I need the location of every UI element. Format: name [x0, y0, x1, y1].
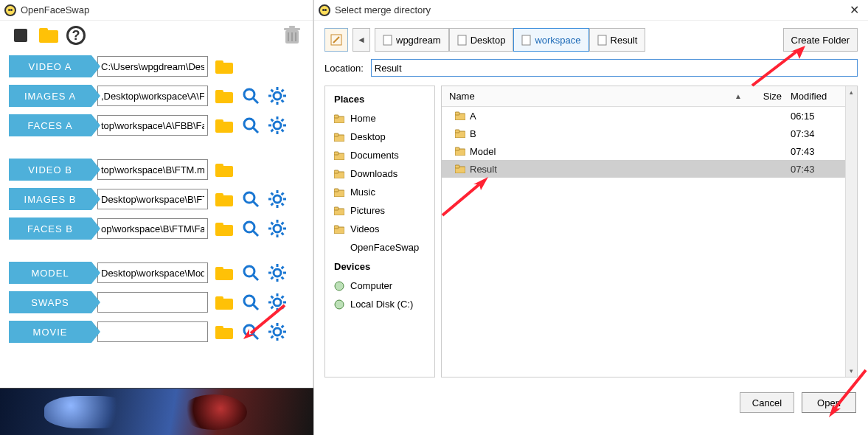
svg-point-69: [244, 266, 254, 276]
svg-line-90: [271, 296, 274, 299]
device-computer[interactable]: Computer: [325, 276, 434, 295]
svg-line-53: [282, 193, 284, 195]
file-row[interactable]: A06:15: [442, 107, 845, 125]
column-modified[interactable]: Modified: [786, 91, 845, 102]
folder-icon[interactable]: [214, 262, 235, 283]
svg-line-60: [282, 233, 284, 235]
svg-rect-122: [334, 207, 338, 210]
svg-rect-7: [291, 32, 293, 41]
path-input[interactable]: [97, 321, 208, 342]
file-list: Name ▲ Size Modified A06:15B07:34Model07…: [442, 86, 845, 377]
search-icon[interactable]: [240, 189, 261, 209]
place-videos[interactable]: Videos: [325, 220, 434, 238]
device-local-disk-c-[interactable]: Local Disk (C:): [325, 295, 434, 313]
svg-point-97: [274, 328, 281, 335]
svg-rect-6: [288, 32, 289, 41]
help-icon[interactable]: ?: [66, 26, 86, 45]
place-music[interactable]: Music: [325, 183, 434, 201]
search-icon[interactable]: [240, 292, 261, 313]
search-icon[interactable]: [240, 218, 261, 239]
path-input[interactable]: [97, 218, 208, 239]
breadcrumb-workspace[interactable]: workspace: [513, 28, 588, 52]
gear-icon[interactable]: [267, 218, 288, 239]
path-input[interactable]: [97, 262, 208, 283]
file-row[interactable]: B07:34: [442, 125, 845, 142]
place-pictures[interactable]: Pictures: [325, 201, 434, 220]
gear-icon[interactable]: [267, 115, 288, 136]
nav-back-icon[interactable]: ◄: [353, 28, 370, 52]
file-dialog: Select merge directory ✕ ◄ wpgdreamDeskt…: [313, 0, 868, 435]
place-downloads[interactable]: Downloads: [325, 164, 434, 183]
svg-rect-108: [458, 35, 466, 45]
svg-rect-118: [334, 170, 338, 173]
file-row[interactable]: Result07:43: [442, 160, 845, 178]
folder-icon[interactable]: [214, 321, 235, 342]
scroll-down-icon[interactable]: ▾: [846, 365, 857, 377]
svg-line-73: [282, 277, 284, 279]
svg-rect-81: [215, 296, 223, 301]
column-size[interactable]: Size: [749, 91, 786, 102]
path-input[interactable]: [97, 115, 208, 136]
folder-icon[interactable]: [214, 56, 235, 77]
svg-rect-130: [455, 130, 459, 133]
svg-rect-120: [334, 189, 338, 192]
folder-icon[interactable]: [214, 218, 235, 239]
column-name[interactable]: Name ▲: [442, 91, 749, 102]
svg-line-101: [271, 336, 274, 338]
path-input[interactable]: [97, 159, 208, 180]
path-input[interactable]: [97, 292, 208, 313]
save-icon[interactable]: [10, 25, 31, 46]
search-icon[interactable]: [240, 321, 261, 342]
tag-label: VIDEO A: [9, 55, 91, 77]
svg-point-43: [244, 192, 254, 203]
path-input[interactable]: [97, 86, 208, 106]
path-input[interactable]: [97, 56, 208, 77]
folder-icon[interactable]: [214, 115, 235, 136]
svg-point-82: [244, 296, 254, 306]
svg-point-30: [274, 122, 281, 129]
gear-icon[interactable]: [267, 292, 288, 313]
close-icon[interactable]: ✕: [845, 1, 864, 18]
location-label: Location:: [324, 63, 364, 74]
place-desktop[interactable]: Desktop: [325, 128, 434, 146]
svg-point-125: [335, 282, 344, 290]
svg-line-32: [282, 130, 284, 132]
search-icon[interactable]: [240, 262, 261, 283]
svg-rect-42: [215, 193, 223, 198]
folder-icon[interactable]: [214, 189, 235, 209]
open-folder-icon[interactable]: [38, 25, 59, 46]
place-home[interactable]: Home: [325, 109, 434, 128]
svg-line-38: [282, 119, 284, 122]
titlebar: OpenFaceSwap: [0, 0, 313, 21]
path-input[interactable]: [97, 189, 208, 209]
breadcrumb-wpgdream[interactable]: wpgdream: [375, 28, 449, 52]
gear-icon[interactable]: [267, 86, 288, 106]
breadcrumb-result[interactable]: Result: [589, 28, 646, 52]
svg-line-44: [253, 201, 258, 206]
file-row[interactable]: Model07:43: [442, 142, 845, 160]
search-icon[interactable]: [240, 115, 261, 136]
tag-label: MOVIE: [9, 321, 91, 343]
open-button[interactable]: Open: [802, 392, 856, 413]
svg-point-17: [274, 92, 281, 100]
folder-icon[interactable]: [214, 86, 235, 106]
scrollbar[interactable]: ▴ ▾: [845, 86, 857, 377]
folder-icon[interactable]: [214, 159, 235, 180]
svg-rect-114: [334, 133, 338, 136]
svg-rect-1: [17, 29, 24, 35]
folder-icon[interactable]: [214, 292, 235, 313]
place-openfaceswap[interactable]: OpenFaceSwap: [325, 238, 434, 257]
breadcrumb-desktop[interactable]: Desktop: [449, 28, 514, 52]
place-documents[interactable]: Documents: [325, 146, 434, 164]
gear-icon[interactable]: [267, 262, 288, 283]
trash-icon[interactable]: [282, 25, 302, 46]
create-folder-button[interactable]: Create Folder: [783, 28, 858, 52]
search-icon[interactable]: [240, 86, 261, 106]
edit-path-icon[interactable]: [324, 28, 348, 52]
location-input[interactable]: [371, 59, 858, 77]
svg-rect-4: [39, 28, 48, 32]
scroll-up-icon[interactable]: ▴: [846, 86, 857, 98]
gear-icon[interactable]: [267, 189, 288, 209]
gear-icon[interactable]: [267, 321, 288, 342]
cancel-button[interactable]: Cancel: [740, 392, 794, 413]
